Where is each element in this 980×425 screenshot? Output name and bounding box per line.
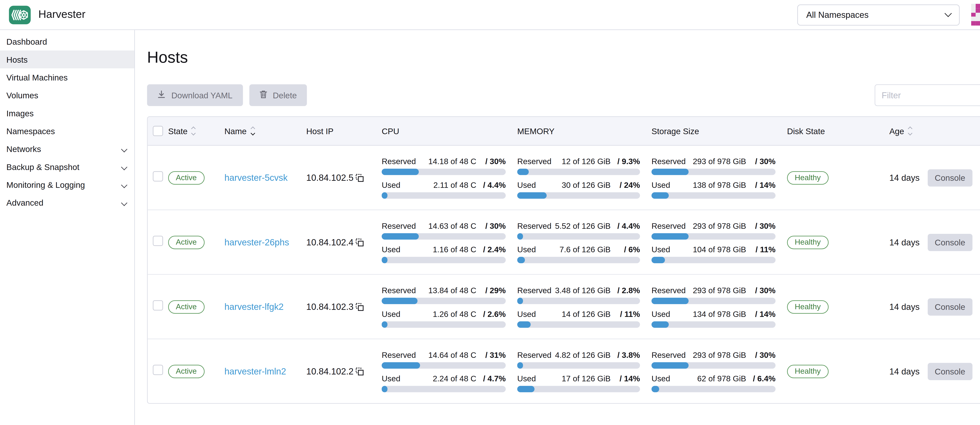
header-right: All Namespaces — [797, 4, 980, 25]
used-percent: / 6% — [611, 245, 640, 254]
disk-state-badge: Healthy — [787, 235, 829, 249]
sidebar-item-volumes[interactable]: Volumes — [0, 86, 134, 104]
disk-state-cell: Healthy — [783, 300, 880, 314]
age-cell: 14 days — [880, 172, 924, 183]
sidebar-item-hosts[interactable]: Hosts — [0, 51, 134, 68]
namespace-selector[interactable]: All Namespaces — [797, 4, 960, 25]
reserved-progress-bar — [517, 168, 640, 175]
delete-button[interactable]: Delete — [249, 84, 307, 106]
chevron-up-icon — [908, 126, 912, 131]
reserved-progress-bar — [517, 362, 640, 368]
used-percent: / 14% — [746, 309, 776, 319]
memory-meter: Reserved3.48 of 126 GiB/ 2.8%Used14 of 1… — [513, 286, 648, 327]
copy-icon[interactable] — [356, 173, 364, 182]
sidebar-item-backup-snapshot[interactable]: Backup & Snapshot — [0, 158, 134, 176]
reserved-amount: 4.82 of 126 GiB — [555, 350, 611, 359]
used-progress-bar — [382, 321, 506, 327]
copy-icon[interactable] — [356, 367, 364, 375]
row-checkbox[interactable] — [153, 365, 163, 375]
console-button[interactable]: Console — [928, 169, 972, 186]
host-name-link[interactable]: harvester-lfgk2 — [224, 301, 283, 312]
sidebar-item-label: Virtual Machines — [6, 73, 68, 82]
used-progress-fill — [652, 385, 659, 392]
reserved-progress-fill — [652, 362, 689, 368]
host-name-link[interactable]: harvester-5cvsk — [224, 173, 288, 183]
state-badge: Active — [168, 365, 204, 378]
user-avatar[interactable] — [971, 4, 980, 25]
state-badge: Active — [168, 171, 204, 184]
used-label: Used — [517, 181, 562, 190]
age-value: 14 days — [889, 302, 920, 312]
used-label: Used — [517, 245, 560, 254]
cpu-meter: Reserved13.84 of 48 C/ 29%Used1.26 of 48… — [378, 286, 514, 327]
copy-icon[interactable] — [356, 303, 364, 311]
reserved-label: Reserved — [652, 286, 693, 295]
cpu-meter: Reserved14.64 of 48 C/ 31%Used2.24 of 48… — [378, 350, 514, 392]
reserved-percent: / 29% — [476, 286, 506, 295]
used-progress-bar — [652, 321, 776, 327]
disk-state-cell: Healthy — [783, 365, 880, 378]
state-cell: Active — [164, 235, 221, 249]
trash-icon-slot — [259, 90, 267, 100]
host-ip-value: 10.84.102.5 — [306, 173, 353, 183]
sort-icon — [908, 127, 912, 135]
used-progress-bar — [517, 192, 640, 198]
sidebar-item-label: Advanced — [6, 198, 43, 208]
page-title: Hosts — [147, 48, 980, 67]
filter-input[interactable] — [875, 84, 980, 106]
reserved-label: Reserved — [382, 221, 428, 230]
namespace-selector-value: All Namespaces — [806, 10, 869, 20]
age-cell: 14 days — [880, 301, 924, 312]
column-header-name[interactable]: Name — [221, 126, 302, 136]
sidebar-item-label: Dashboard — [6, 37, 47, 46]
copy-icon[interactable] — [356, 238, 364, 246]
sidebar-item-monitoring-logging[interactable]: Monitoring & Logging — [0, 176, 134, 193]
console-button[interactable]: Console — [928, 363, 972, 380]
row-checkbox[interactable] — [153, 236, 163, 246]
toolbar: Download YAML Delete — [147, 84, 980, 106]
cpu-reserved-line: Reserved14.18 of 48 C/ 30% — [382, 157, 506, 166]
sidebar-item-images[interactable]: Images — [0, 104, 134, 122]
age-cell: 14 days — [880, 236, 924, 248]
column-header-age[interactable]: Age — [880, 126, 924, 136]
sidebar-item-virtual-machines[interactable]: Virtual Machines — [0, 68, 134, 86]
used-amount: 134 of 978 GiB — [693, 309, 746, 319]
reserved-amount: 293 of 978 GiB — [693, 286, 746, 295]
storage-meter: Reserved293 of 978 GiB/ 30%Used62 of 978… — [648, 350, 783, 392]
age-value: 14 days — [889, 366, 920, 376]
row-checkbox[interactable] — [153, 171, 163, 181]
reserved-amount: 293 of 978 GiB — [693, 350, 746, 359]
row-checkbox-cell — [148, 300, 164, 313]
sidebar-item-networks[interactable]: Networks — [0, 140, 134, 158]
used-amount: 1.26 of 48 C — [433, 309, 476, 319]
console-button[interactable]: Console — [928, 233, 972, 251]
used-progress-bar — [517, 321, 640, 327]
sidebar-item-dashboard[interactable]: Dashboard — [0, 33, 134, 50]
reserved-progress-bar — [517, 297, 640, 304]
reserved-progress-fill — [652, 297, 689, 304]
column-header-label: Storage Size — [652, 126, 699, 136]
host-ip-value: 10.84.102.4 — [306, 237, 353, 247]
row-checkbox-cell — [148, 236, 164, 249]
reserved-amount: 13.84 of 48 C — [428, 286, 476, 295]
reserved-percent: / 4.4% — [611, 221, 640, 230]
chevron-up-icon — [191, 126, 196, 131]
console-button[interactable]: Console — [928, 298, 972, 315]
reserved-progress-fill — [517, 233, 523, 239]
reserved-percent: / 2.8% — [611, 286, 640, 295]
column-header-state[interactable]: State — [164, 126, 221, 136]
host-name-link[interactable]: harvester-26phs — [224, 237, 289, 247]
used-amount: 30 of 126 GiB — [562, 181, 611, 190]
select-all-checkbox[interactable] — [153, 126, 163, 136]
row-checkbox[interactable] — [153, 300, 163, 311]
download-yaml-button[interactable]: Download YAML — [147, 84, 243, 106]
sidebar-item-advanced[interactable]: Advanced — [0, 193, 134, 211]
reserved-progress-bar — [382, 297, 506, 304]
reserved-percent: / 30% — [476, 157, 506, 166]
used-progress-fill — [382, 321, 387, 327]
used-percent: / 4.7% — [476, 374, 506, 383]
reserved-amount: 293 of 978 GiB — [693, 157, 746, 166]
host-name-link[interactable]: harvester-lmln2 — [224, 366, 286, 376]
harvester-logo-icon — [9, 5, 31, 24]
sidebar-item-namespaces[interactable]: Namespaces — [0, 122, 134, 140]
